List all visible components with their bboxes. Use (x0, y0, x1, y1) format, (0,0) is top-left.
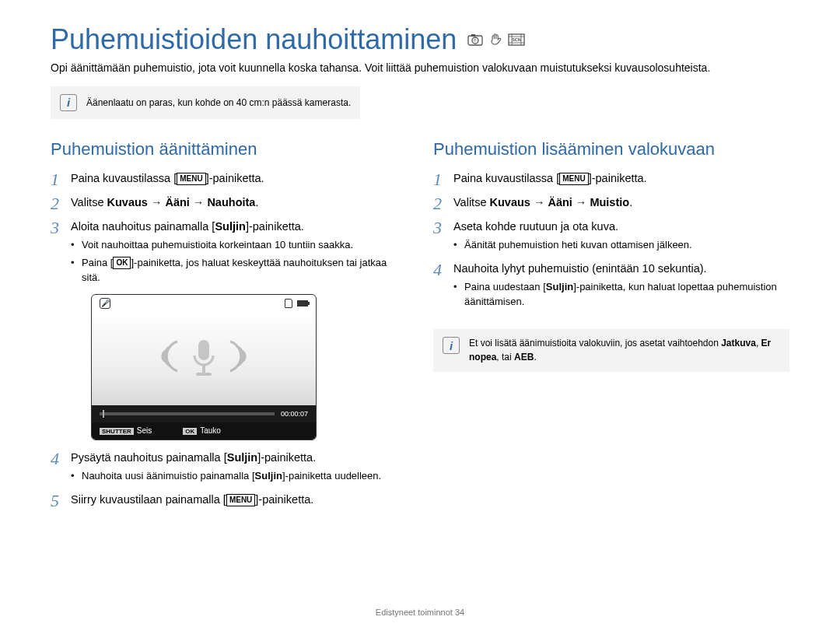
text-bold: AEB (514, 352, 534, 363)
left-column: Puhemuistion äänittäminen Paina kuvausti… (51, 139, 407, 516)
left-step-4-sub-1: Nauhoita uusi äänimuistio painamalla [Su… (71, 469, 407, 484)
svg-rect-7 (202, 365, 205, 373)
microphone-large-icon (188, 337, 219, 380)
intro-text: Opi äänittämään puhemuistio, jota voit k… (51, 61, 789, 75)
pause-text: Tauko (200, 426, 221, 435)
microphone-icon: 🎤 (100, 298, 110, 309)
text: Paina kuvaustilassa [ (453, 172, 559, 184)
right-step-3: Aseta kohde ruutuun ja ota kuva. Äänität… (433, 219, 789, 253)
right-step-1: Paina kuvaustilassa [MENU]-painiketta. (433, 170, 789, 187)
text-bold: Suljin (546, 281, 573, 292)
pause-control: OKTauko (183, 426, 221, 437)
text: Aloita nauhoitus painamalla [ (71, 220, 215, 233)
text: ]-painiketta. (257, 451, 316, 464)
text-bold: Kuvaus → Ääni → Muistio (489, 196, 629, 208)
svg-rect-8 (196, 373, 212, 376)
text: . (629, 196, 632, 208)
page-number: 34 (455, 608, 464, 617)
left-step-1: Paina kuvaustilassa [MENU]-painiketta. (51, 170, 407, 187)
text: ]-painiketta. (206, 172, 264, 184)
right-step-3-sub-1: Äänität puhemuistion heti kuvan ottamise… (453, 238, 789, 253)
stop-control: SHUTTERSeis (100, 426, 152, 437)
menu-button-icon: MENU (559, 173, 588, 185)
top-note-text: Äänenlaatu on paras, kun kohde on 40 cm:… (86, 97, 351, 108)
left-step-2: Valitse Kuvaus → Ääni → Nauhoita. (51, 194, 407, 211)
footer-section: Edistyneet toiminnot (376, 608, 455, 617)
text-bold: Suljin (215, 220, 245, 233)
menu-button-icon: MENU (226, 494, 255, 506)
svg-text:SCN: SCN (513, 37, 522, 42)
right-column: Puhemuistion lisääminen valokuvaan Paina… (433, 139, 789, 516)
svg-text:P: P (474, 38, 478, 43)
text: . (534, 352, 536, 363)
svg-rect-6 (198, 340, 209, 360)
svg-rect-2 (471, 34, 475, 37)
camera-progress-bar: 00:00:07 (92, 405, 316, 422)
shutter-label: SHUTTER (100, 428, 134, 435)
left-step-4: Pysäytä nauhoitus painamalla [Suljin]-pa… (51, 450, 407, 484)
sound-wave-right-icon (224, 337, 252, 380)
info-icon: i (60, 94, 77, 111)
scene-mode-icon: SCN (508, 33, 525, 46)
text: Paina uudestaan [ (464, 281, 546, 292)
text: Valitse (453, 196, 489, 208)
ok-label: OK (183, 428, 197, 435)
camera-preview-body (92, 312, 316, 405)
left-step-3-sub-2: Paina [OK]-painiketta, jos haluat keskey… (71, 256, 407, 285)
text: ]-painiketta. (589, 172, 647, 184)
stop-text: Seis (137, 426, 152, 435)
text-bold: Jatkuva (721, 338, 756, 349)
text: Siirry kuvaustilaan painamalla [ (71, 493, 226, 506)
page-footer: Edistyneet toiminnot 34 (0, 608, 840, 617)
text: ]-painiketta uudelleen. (282, 470, 381, 482)
text: . (255, 196, 258, 208)
text: Paina [ (82, 257, 113, 268)
page-title: Puhemuistioiden nauhoittaminen P SCN (51, 23, 789, 56)
right-step-4-sub-1: Paina uudestaan [Suljin]-painiketta, kun… (453, 280, 789, 310)
text: Nauhoita uusi äänimuistio painamalla [ (82, 470, 255, 482)
text: Aseta kohde ruutuun ja ota kuva. (453, 220, 618, 233)
text: Nauhoita lyhyt puhemuistio (enintään 10 … (453, 262, 707, 275)
text: Valitse (71, 196, 107, 208)
text: ]-painiketta. (246, 220, 304, 233)
progress-track (100, 412, 275, 415)
ok-button-icon: OK (113, 257, 131, 269)
left-step-3: Aloita nauhoitus painamalla [Suljin]-pai… (51, 219, 407, 441)
page-title-text: Puhemuistioiden nauhoittaminen (51, 23, 457, 56)
info-icon: i (443, 337, 460, 354)
text-bold: Suljin (227, 451, 257, 464)
right-note-text: Et voi lisätä äänimuistioita valokuviin,… (469, 337, 780, 364)
hand-icon (489, 33, 502, 47)
text: Et voi lisätä äänimuistioita valokuviin,… (469, 338, 721, 349)
sound-wave-left-icon (156, 337, 184, 380)
left-step-3-sub-1: Voit nauhoittaa puhemuistioita korkeinta… (71, 238, 407, 253)
right-note-box: i Et voi lisätä äänimuistioita valokuvii… (433, 329, 789, 372)
title-mode-icons: P SCN (467, 33, 525, 47)
camera-preview-top-bar: 🎤 (92, 295, 316, 312)
right-step-2: Valitse Kuvaus → Ääni → Muistio. (433, 194, 789, 211)
sd-card-icon (285, 299, 292, 308)
camera-bottom-bar: SHUTTERSeis OKTauko (92, 422, 316, 440)
recording-time: 00:00:07 (281, 409, 308, 419)
text: , tai (496, 352, 514, 363)
text: Paina kuvaustilassa [ (71, 172, 177, 184)
left-heading: Puhemuistion äänittäminen (51, 139, 407, 159)
left-step-5: Siirry kuvaustilaan painamalla [MENU]-pa… (51, 492, 407, 508)
top-note-box: i Äänenlaatu on paras, kun kohde on 40 c… (51, 86, 360, 119)
camera-mode-icon: P (467, 33, 483, 46)
text: ]-painiketta. (255, 493, 313, 506)
text-bold: Suljin (255, 470, 282, 482)
text: , (756, 338, 761, 349)
menu-button-icon: MENU (177, 173, 205, 185)
camera-preview: 🎤 (91, 294, 317, 440)
text: Pysäytä nauhoitus painamalla [ (71, 451, 227, 464)
battery-icon (297, 300, 308, 306)
right-heading: Puhemuistion lisääminen valokuvaan (433, 139, 789, 159)
right-step-4: Nauhoita lyhyt puhemuistio (enintään 10 … (433, 261, 789, 310)
text-bold: Kuvaus → Ääni → Nauhoita (107, 196, 255, 208)
